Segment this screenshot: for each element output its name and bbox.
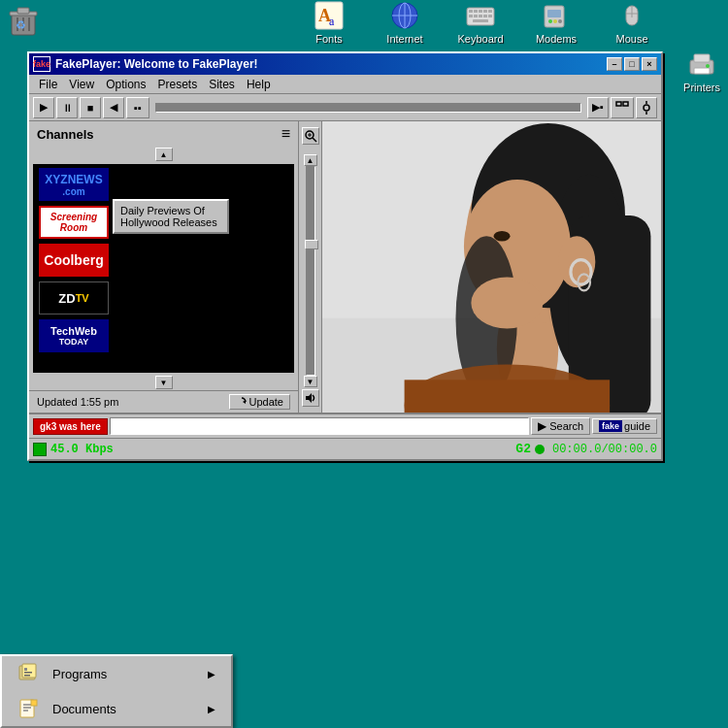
programs-icon xyxy=(17,662,41,685)
stop-button[interactable]: ■ xyxy=(80,97,101,118)
menu-help[interactable]: Help xyxy=(241,77,277,92)
close-button[interactable]: × xyxy=(642,57,657,71)
svg-rect-21 xyxy=(474,15,478,17)
svg-line-45 xyxy=(313,138,316,142)
url-input[interactable] xyxy=(110,417,529,435)
fake-logo: fake xyxy=(599,420,622,432)
update-button[interactable]: Update xyxy=(229,394,290,410)
maximize-button[interactable]: □ xyxy=(624,57,640,71)
screening-logo: ScreeningRoom xyxy=(39,206,109,239)
pause-button[interactable]: ⏸ xyxy=(56,97,78,118)
volume-track xyxy=(306,166,315,376)
svg-rect-2 xyxy=(17,8,29,14)
svg-rect-35 xyxy=(694,54,710,62)
fonts-label: Fonts xyxy=(315,33,343,45)
documents-icon xyxy=(17,697,41,720)
svg-rect-24 xyxy=(488,15,492,17)
channels-collapse-btn[interactable]: ≡ xyxy=(281,125,290,143)
start-menu: Programs ▶ Documents ▶ xyxy=(0,654,233,728)
svg-point-30 xyxy=(558,19,562,23)
preview-text: Daily Previews Of Hollywood Releases xyxy=(120,205,217,228)
volume-up-btn[interactable]: ▲ xyxy=(304,154,317,166)
fonts-desktop-icon[interactable]: A a Fonts xyxy=(291,0,367,45)
printers-desktop-icon[interactable]: Printers xyxy=(683,49,720,93)
start-menu-item-programs[interactable]: Programs ▶ xyxy=(2,656,231,691)
modems-desktop-icon[interactable]: Modems xyxy=(518,0,594,45)
signal-dot xyxy=(535,445,545,454)
format-display: G2 xyxy=(515,442,531,456)
svg-rect-38 xyxy=(616,102,621,106)
channels-footer: Updated 1:55 pm Update xyxy=(29,390,298,413)
svg-rect-20 xyxy=(469,15,473,17)
svg-text:♻: ♻ xyxy=(16,18,26,32)
title-bar-buttons: – □ × xyxy=(607,57,657,71)
svg-rect-27 xyxy=(547,10,561,17)
svg-rect-23 xyxy=(483,15,487,17)
channels-scroll-down[interactable]: ▼ xyxy=(155,376,173,389)
speaker-button[interactable] xyxy=(302,389,319,407)
start-menu-item-documents[interactable]: Documents ▶ xyxy=(2,691,231,726)
time-display: 00:00.0/00:00.0 xyxy=(552,443,657,456)
fakeplayer-window: fake FakePlayer: Welcome to FakePlayer! … xyxy=(27,51,663,461)
documents-arrow: ▶ xyxy=(208,704,215,714)
status-indicator xyxy=(33,443,47,456)
svg-rect-62 xyxy=(405,380,611,413)
svg-rect-22 xyxy=(479,15,482,17)
printers-label: Printers xyxy=(683,82,720,93)
mouse-desktop-icon[interactable]: Mouse xyxy=(594,0,670,45)
internet-label: Internet xyxy=(386,33,422,45)
menu-file[interactable]: File xyxy=(33,77,63,92)
svg-rect-67 xyxy=(24,668,27,671)
xyznews-logo: XYZNEWS .com xyxy=(39,168,109,201)
keyboard-label: Keyboard xyxy=(457,33,503,45)
channels-scroll-up[interactable]: ▲ xyxy=(155,148,173,161)
play-button[interactable]: ▶ xyxy=(33,97,54,118)
channel-item-screening[interactable]: ScreeningRoom Daily Previews Of Hollywoo… xyxy=(35,204,292,241)
zdtv-logo: ZDTV xyxy=(39,281,109,314)
settings-button[interactable] xyxy=(636,97,657,118)
right-section: ▲ ▼ xyxy=(299,121,661,413)
video-content xyxy=(322,121,661,413)
bottom-bar: gk3 was here ▶ Search fake guide xyxy=(29,413,661,438)
svg-rect-25 xyxy=(473,19,488,22)
volume-down-btn[interactable]: ▼ xyxy=(304,376,317,387)
documents-label: Documents xyxy=(52,702,116,716)
menu-view[interactable]: View xyxy=(63,77,100,92)
channel-item-xyznews[interactable]: XYZNEWS .com xyxy=(35,166,292,203)
volume-control: ▲ ▼ xyxy=(304,154,317,387)
toolbar: ▶ ⏸ ■ ◀ ▪▪ ▶▪ xyxy=(29,94,661,121)
svg-point-63 xyxy=(471,278,543,329)
prev-frame[interactable]: ▪▪ xyxy=(126,97,149,118)
minimize-button[interactable]: – xyxy=(607,57,622,71)
title-bar-left: fake FakePlayer: Welcome to FakePlayer! xyxy=(33,56,258,72)
channel-item-techweb[interactable]: TechWeb TODAY xyxy=(35,317,292,354)
fullscreen-button[interactable] xyxy=(611,97,634,118)
status-bar: 45.0 Kbps G2 00:00.0/00:00.0 xyxy=(29,438,661,459)
update-label: Update xyxy=(249,396,283,408)
svg-rect-17 xyxy=(479,10,482,13)
coolberg-logo: Coolberg xyxy=(39,244,109,277)
seek-bar[interactable] xyxy=(155,103,581,113)
rewind-button[interactable]: ◀ xyxy=(103,97,124,118)
gk3-badge: gk3 was here xyxy=(33,418,108,435)
next-frame[interactable]: ▶▪ xyxy=(587,97,609,118)
search-button[interactable]: ▶ Search xyxy=(531,417,590,435)
channel-item-coolberg[interactable]: Coolberg xyxy=(35,242,292,279)
menu-options[interactable]: Options xyxy=(100,77,151,92)
recycle-bin-icon[interactable]: ♻ xyxy=(0,0,47,45)
svg-rect-68 xyxy=(24,672,32,674)
magnify-button[interactable] xyxy=(302,127,319,145)
channel-item-zdtv[interactable]: ZDTV xyxy=(35,280,292,316)
internet-desktop-icon[interactable]: Internet xyxy=(367,0,443,45)
svg-point-64 xyxy=(494,231,511,242)
menu-presets[interactable]: Presets xyxy=(152,77,204,92)
svg-rect-74 xyxy=(31,700,37,706)
keyboard-desktop-icon[interactable]: Keyboard xyxy=(443,0,518,45)
volume-thumb[interactable] xyxy=(305,240,318,249)
svg-rect-39 xyxy=(623,102,628,106)
programs-arrow: ▶ xyxy=(208,669,215,679)
mouse-label: Mouse xyxy=(615,33,647,45)
guide-button[interactable]: fake guide xyxy=(592,418,657,434)
menu-sites[interactable]: Sites xyxy=(203,77,241,92)
svg-rect-15 xyxy=(469,10,473,13)
